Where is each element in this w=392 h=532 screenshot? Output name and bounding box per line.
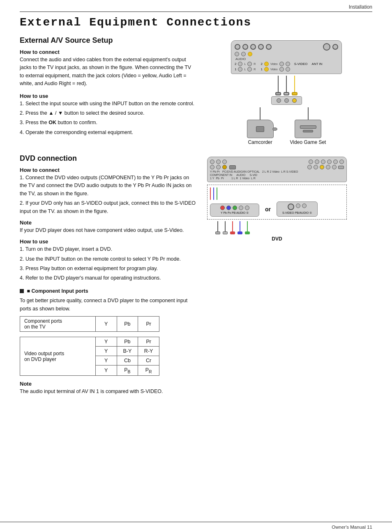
how-to-connect-text: Connect the audio and video cables from …	[20, 56, 196, 88]
dvd-connect-p1: 1. Connect the DVD video outputs (COMPON…	[20, 174, 196, 198]
video-game-set-icon	[295, 120, 321, 138]
port-l4	[279, 67, 284, 72]
dvd-port-y1: Y	[95, 337, 117, 346]
port-circle	[266, 44, 272, 50]
how-to-use-item-2: 2. Press the ▲ / ▼ button to select the …	[20, 109, 196, 117]
page-title: External Equipment Connections	[20, 16, 372, 29]
video-game-set-label: Video Game Set	[290, 139, 326, 145]
dvd-section: DVD connection How to connect 1. Connect…	[20, 154, 372, 398]
port-circle	[332, 44, 338, 50]
tv-ports-table: Component portson the TV Y Pb Pr	[20, 316, 159, 332]
port-l2	[279, 62, 284, 66]
dvd-port-by: B-Y	[117, 346, 138, 356]
or-label: or	[265, 206, 271, 213]
dvd-port-ry: R-Y	[138, 346, 159, 356]
port-r	[247, 62, 252, 66]
dvd-port-y3: Y	[95, 356, 117, 365]
component-connection-box: Y Pb Px PB AUDIO ① or S-VIDEO PB/AUDIO ①	[207, 185, 347, 220]
camcorder-icon	[247, 120, 274, 138]
how-to-use-label: How to use	[20, 93, 196, 99]
dvd-port-pr-sub: PR	[138, 365, 159, 376]
dvd-section-title: DVD connection	[20, 154, 196, 163]
dvd-port-pb1: Pb	[117, 337, 138, 346]
port-circle-lg	[323, 43, 330, 51]
dvd-use-item-3: 3. Press Play button on external equipme…	[20, 265, 196, 273]
port-r2	[286, 62, 290, 66]
dvd-port-cb: Cb	[117, 356, 138, 365]
tv-port-y: Y	[95, 316, 117, 331]
dvd-port-y2: Y	[95, 346, 117, 356]
bullet-icon	[20, 289, 24, 293]
comp-input-text: To get better picture quality, connect a…	[20, 297, 196, 313]
how-to-connect-label: How to connect	[20, 49, 196, 55]
dvd-right: Y Pb Pr PC/DVD AUDIO/IN OPTICAL 2 L R 2 …	[201, 154, 372, 398]
page: Installation External Equipment Connecti…	[0, 0, 392, 532]
how-to-use-item-3: 3. Press the OK button to confirm.	[20, 119, 196, 127]
port-video-y	[264, 62, 269, 66]
external-av-left: External A/V Source Setup How to connect…	[20, 36, 196, 145]
dvd-use-item-2: 2. Use the INPUT button on the remote co…	[20, 255, 196, 263]
dvd-ports-label: Video output portson DVD player	[20, 337, 96, 376]
component-connectors: Y Pb Px PB AUDIO ① or S-VIDEO PB/AUDIO ①	[210, 201, 344, 217]
note2-label: Note	[20, 381, 196, 387]
how-to-use-item-4: 4. Operate the corresponding external eq…	[20, 129, 196, 136]
dvd-note-text: If your DVD player does not have compone…	[20, 227, 196, 234]
dvd-label: DVD	[207, 236, 347, 242]
port-l	[238, 62, 242, 66]
comp-input-section: ■ Component Input ports To get better pi…	[20, 287, 196, 313]
tv-port-pr: Pr	[138, 316, 159, 331]
comp-input-label: ■ Component Input ports	[27, 288, 88, 294]
page-info: Owner's Manual 11	[332, 525, 372, 530]
connector-box-top	[271, 96, 302, 105]
dvd-port-pr1: Pr	[138, 337, 159, 346]
tv-panel-top: AUDIO 2 L R 2 Video S-VIDEO ANT IN	[231, 40, 342, 74]
port-yellow	[248, 52, 252, 56]
dvd-port-y4: Y	[95, 365, 117, 376]
svideo-connector-box: S-VIDEO PB/AUDIO ①	[277, 201, 318, 217]
port-circle	[235, 44, 240, 50]
device-connections: Camcorder Video Game Set	[247, 107, 326, 145]
dvd-port-pb-sub: PB	[117, 365, 138, 376]
external-av-right: AUDIO 2 L R 2 Video S-VIDEO ANT IN	[201, 36, 372, 145]
tv-port-pb: Pb	[117, 316, 138, 331]
camcorder-label: Camcorder	[248, 139, 272, 145]
tv-ports-row: Component portson the TV Y Pb Pr	[20, 316, 159, 331]
bottom-bar: Owner's Manual 11	[0, 522, 392, 532]
how-to-use-item-1: 1. Select the input source with using th…	[20, 100, 196, 108]
tv-ports-label: Component portson the TV	[20, 316, 96, 331]
dvd-note-label: Note	[20, 220, 196, 226]
top-bar: Installation	[20, 0, 372, 12]
port-circle	[241, 52, 246, 56]
dvd-use-item-4: 4. Refer to the DVD player's manual for …	[20, 274, 196, 282]
dvd-ports-table: Video output portson DVD player Y Pb Pr …	[20, 337, 159, 376]
port-circle	[250, 44, 256, 50]
dvd-connect-p2: 2. If your DVD only has an S-VIDEO outpu…	[20, 199, 196, 215]
external-av-section: External A/V Source Setup How to connect…	[20, 36, 372, 145]
note2-text: The audio input terminal of AV IN 1 is c…	[20, 388, 196, 396]
port-r4	[286, 67, 290, 72]
port-r3	[247, 67, 252, 72]
port-l3	[238, 67, 242, 72]
port-circle	[258, 44, 264, 50]
connection-lines-top	[275, 76, 297, 95]
dvd-use-item-1: 1. Turn on the DVD player, insert a DVD.	[20, 245, 196, 253]
audio-label: AUDIO	[235, 57, 246, 61]
port-video-y2	[264, 67, 269, 72]
port-circle	[242, 44, 248, 50]
dvd-how-to-use-label: How to use	[20, 238, 196, 245]
dvd-ports-row: Video output portson DVD player Y Pb Pr	[20, 337, 159, 346]
dvd-port-cr: Cr	[138, 356, 159, 365]
tv-panel-dvd: Y Pb Pr PC/DVD AUDIO/IN OPTICAL 2 L R 2 …	[207, 157, 347, 182]
dvd-cable-lines	[215, 221, 250, 234]
comp-connector-box: Y Pb Px PB AUDIO ①	[210, 204, 259, 217]
section-label: Installation	[349, 4, 372, 10]
port-circle	[235, 52, 239, 56]
dvd-how-to-connect-label: How to connect	[20, 167, 196, 173]
external-av-title: External A/V Source Setup	[20, 36, 196, 45]
